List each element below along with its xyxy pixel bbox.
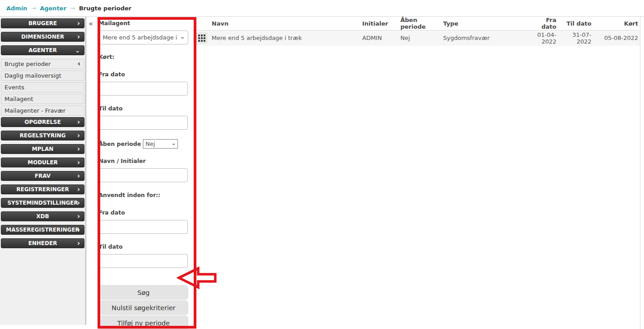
- table-header-spacer: [192, 17, 210, 31]
- navn-initialer-label: Navn / Initialer: [98, 158, 189, 164]
- cell-type: Sygdomsfravær: [441, 31, 531, 46]
- column-header-fra-dato: Fra dato: [531, 17, 558, 31]
- cell-fra-dato: 01-04-2022: [531, 31, 558, 46]
- nulstil-søgekriterier-button[interactable]: Nulstil søgekriterier: [98, 300, 188, 315]
- aaben-periode-select[interactable]: Nej: [143, 139, 178, 149]
- breadcrumb-item-agenter[interactable]: Agenter: [40, 5, 67, 12]
- anvendt-til-dato-label: Til dato: [98, 243, 189, 250]
- sidebar-section-registreringer[interactable]: REGISTRERINGER›: [1, 184, 84, 194]
- breadcrumb: Admin→Agenter→Brugte perioder: [0, 0, 644, 17]
- column-header-åben-periode: Åben periode: [399, 17, 441, 31]
- cell-til-dato: 31-07-2022: [558, 31, 593, 46]
- nav-label: SYSTEMINDSTILLINGER: [7, 200, 78, 206]
- cell-kørt: 05-08-2022: [593, 31, 640, 46]
- sidebar-section-agenter[interactable]: AGENTER⌄: [1, 45, 84, 55]
- column-header-til-dato: Til dato: [558, 17, 593, 31]
- chevron-right-icon: ›: [77, 20, 80, 27]
- nav-label: ENHEDER: [28, 240, 57, 246]
- table-header-row: NavnInitialerÅben periodeTypeFra datoTil…: [192, 17, 640, 31]
- chevron-right-icon: ›: [77, 227, 80, 233]
- nav-label: REGELSTYRING: [20, 132, 66, 139]
- sidebar-section-moduler[interactable]: MODULER›: [1, 158, 84, 167]
- cell-navn: Mere end 5 arbejdsdage i træk: [210, 31, 360, 46]
- cell-initialer: ADMIN: [360, 31, 399, 46]
- kort-til-dato-input[interactable]: [98, 116, 188, 130]
- chevron-right-icon: ›: [77, 173, 80, 180]
- nav-label: Mailagenter - Fravær: [4, 107, 66, 114]
- anvendt-fra-dato-input[interactable]: [98, 220, 188, 234]
- nav-label: Daglig mailoversigt: [4, 72, 61, 79]
- sidebar-section-systemindstillinger[interactable]: SYSTEMINDSTILLINGER›: [1, 198, 84, 208]
- nav-label: FRAV: [35, 173, 50, 179]
- nav-label: MPLAN: [32, 146, 53, 152]
- anvendt-fra-dato-label: Fra dato: [98, 209, 189, 216]
- nav-label: MASSEREGISTRERINGER: [6, 227, 79, 233]
- sidebar-section-frav[interactable]: FRAV›: [1, 171, 84, 181]
- kort-fra-dato-input[interactable]: [98, 82, 188, 96]
- mailagent-select[interactable]: Mere end 5 arbejdsdage i træk: [98, 31, 188, 44]
- collapse-sidebar-icon[interactable]: «: [89, 20, 93, 28]
- nav-label: REGISTRERINGER: [16, 186, 69, 193]
- nav-label: Events: [4, 84, 24, 91]
- nav-label: XDB: [36, 213, 49, 219]
- nav-label: MODULER: [28, 159, 58, 166]
- sidebar: BRUGERE›DIMENSIONER›AGENTER⌄Brugte perio…: [0, 17, 86, 325]
- nav-label: Mailagent: [4, 96, 33, 102]
- chevron-right-icon: ›: [77, 213, 80, 220]
- sidebar-section-opgørelse[interactable]: OPGØRELSE›: [1, 117, 84, 127]
- aaben-periode-label: Åben periode: [98, 140, 141, 147]
- sidebar-item-events[interactable]: Events: [1, 82, 84, 92]
- column-header-navn: Navn: [210, 17, 360, 31]
- breadcrumb-item-brugte-perioder: Brugte perioder: [79, 5, 132, 12]
- nav-label: BRUGERE: [28, 20, 57, 26]
- anvendt-til-dato-input[interactable]: [98, 254, 188, 268]
- chevron-left-icon: ‹: [78, 61, 80, 67]
- mailagent-label: Mailagent: [98, 20, 189, 26]
- breadcrumb-item-admin[interactable]: Admin: [6, 5, 27, 12]
- sidebar-section-masseregistreringer[interactable]: MASSEREGISTRERINGER›: [1, 225, 84, 235]
- navn-initialer-input[interactable]: [98, 168, 188, 182]
- breadcrumb-separator-icon: →: [31, 5, 36, 11]
- sidebar-item-brugte-perioder[interactable]: Brugte perioder‹: [1, 59, 84, 69]
- chevron-right-icon: ›: [77, 132, 80, 139]
- kort-label: Kørt:: [98, 53, 189, 60]
- filter-panel: Mailagent Mere end 5 arbejdsdage i træk …: [95, 17, 192, 329]
- chevron-right-icon: ›: [77, 34, 80, 40]
- column-header-initialer: Initialer: [360, 17, 399, 31]
- column-header-kørt: Kørt: [593, 17, 640, 31]
- table-body: Mere end 5 arbejdsdage i trækADMINNejSyg…: [192, 31, 640, 46]
- table-row[interactable]: Mere end 5 arbejdsdage i trækADMINNejSyg…: [192, 31, 640, 46]
- sidebar-section-brugere[interactable]: BRUGERE›: [1, 18, 84, 28]
- kort-fra-dato-label: Fra dato: [98, 71, 189, 78]
- results-table-area: NavnInitialerÅben periodeTypeFra datoTil…: [192, 17, 640, 329]
- kort-til-dato-label: Til dato: [98, 105, 189, 112]
- cell-åben-periode: Nej: [399, 31, 441, 46]
- sidebar-section-xdb[interactable]: XDB›: [1, 211, 84, 221]
- sidebar-section-enheder[interactable]: ENHEDER›: [1, 238, 84, 248]
- chevron-right-icon: ›: [77, 146, 80, 153]
- nav-label: AGENTER: [28, 47, 57, 53]
- nav-label: OPGØRELSE: [24, 119, 61, 125]
- results-table: NavnInitialerÅben periodeTypeFra datoTil…: [192, 17, 640, 46]
- breadcrumb-separator-icon: →: [71, 5, 75, 11]
- column-header-type: Type: [441, 17, 531, 31]
- sidebar-section-dimensioner[interactable]: DIMENSIONER›: [1, 32, 84, 42]
- row-actions-cell: [192, 31, 210, 46]
- sidebar-collapse-strip: «: [86, 17, 95, 329]
- anvendt-inden-for-label: Anvendt inden for::: [98, 192, 189, 198]
- filter-buttons: SøgNulstil søgekriterierTilføj ny period…: [98, 285, 188, 329]
- tilføj-ny-periode-button[interactable]: Tilføj ny periode: [98, 316, 188, 329]
- grid-handle-icon[interactable]: [196, 32, 208, 44]
- sidebar-item-mailagenter-fravær[interactable]: Mailagenter - Fravær: [1, 105, 84, 116]
- sidebar-section-regelstyring[interactable]: REGELSTYRING›: [1, 131, 84, 140]
- nav-label: DIMENSIONER: [21, 34, 64, 40]
- sidebar-item-mailagent[interactable]: Mailagent: [1, 94, 84, 104]
- chevron-right-icon: ›: [77, 186, 80, 193]
- sidebar-section-mplan[interactable]: MPLAN›: [1, 144, 84, 154]
- sidebar-item-daglig-mailoversigt[interactable]: Daglig mailoversigt: [1, 70, 84, 81]
- chevron-right-icon: ›: [77, 119, 80, 126]
- chevron-right-icon: ›: [77, 200, 80, 206]
- nav-label: Brugte perioder: [4, 61, 51, 67]
- sidebar-nav: BRUGERE›DIMENSIONER›AGENTER⌄Brugte perio…: [0, 18, 85, 248]
- søg-button[interactable]: Søg: [98, 285, 188, 300]
